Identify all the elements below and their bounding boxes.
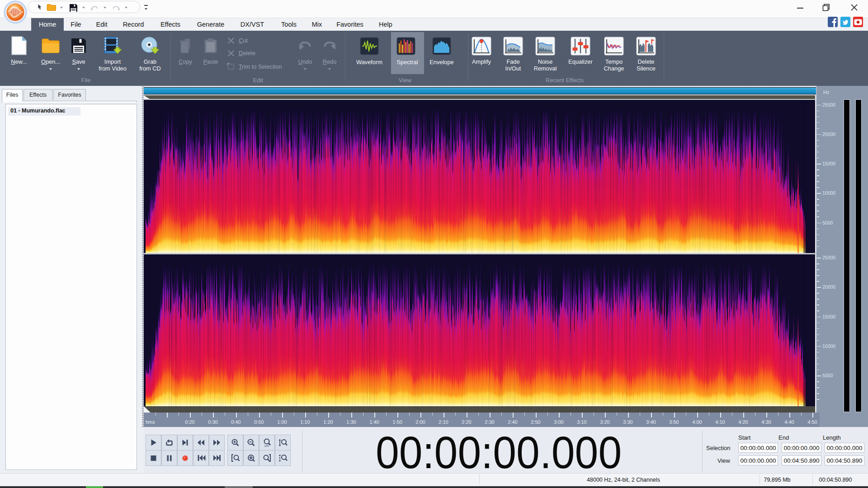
svg-text:100: 100 bbox=[264, 445, 269, 447]
